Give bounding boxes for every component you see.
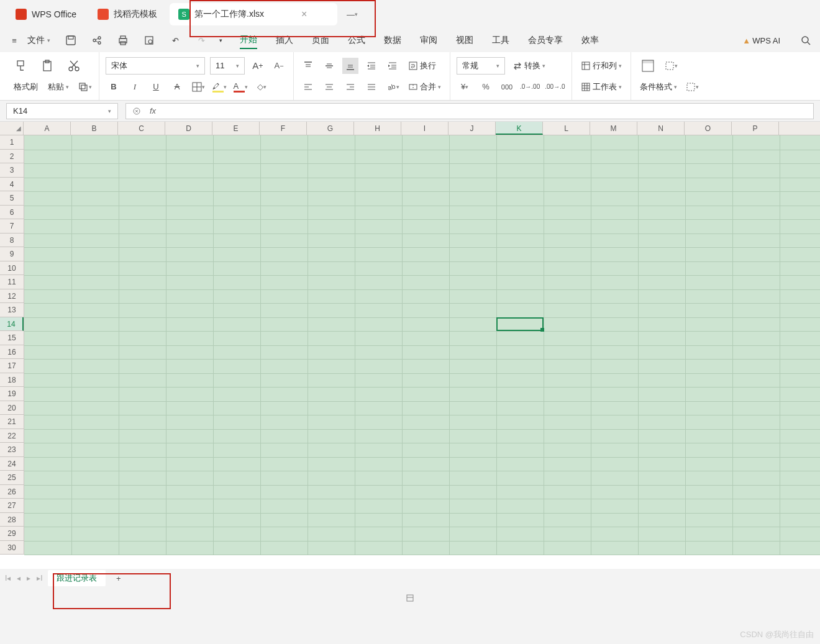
- sheet-tab-active[interactable]: 跟进记录表: [48, 570, 106, 586]
- sheet-first-icon[interactable]: I◂: [5, 574, 11, 583]
- select-all-corner[interactable]: ◢: [0, 122, 24, 135]
- hamburger-icon[interactable]: ≡: [6, 32, 22, 48]
- undo-icon[interactable]: ↶: [167, 32, 183, 48]
- increase-font-icon[interactable]: A+: [250, 58, 266, 74]
- row-header-6[interactable]: 6: [0, 206, 24, 220]
- tab-review[interactable]: 审阅: [420, 32, 437, 48]
- row-header-13[interactable]: 13: [0, 303, 24, 317]
- paste-button[interactable]: [37, 59, 58, 73]
- row-header-27[interactable]: 27: [0, 499, 24, 513]
- col-header-G[interactable]: G: [307, 122, 354, 135]
- chevron-down-icon[interactable]: ▾: [108, 108, 111, 114]
- row-header-5[interactable]: 5: [0, 191, 24, 206]
- align-left-icon[interactable]: [300, 79, 316, 95]
- row-col-button[interactable]: 行和列▾: [578, 60, 624, 71]
- increase-decimal-icon[interactable]: .0→.00: [520, 79, 540, 95]
- row-header-14[interactable]: 14: [0, 317, 24, 332]
- currency-icon[interactable]: ¥▾: [457, 79, 473, 95]
- row-header-20[interactable]: 20: [0, 401, 24, 415]
- tab-more-dropdown[interactable]: — ▾: [344, 6, 360, 22]
- col-header-J[interactable]: J: [449, 122, 496, 135]
- indent-decrease-icon[interactable]: [363, 58, 380, 74]
- select-all-icon[interactable]: ▾: [685, 79, 701, 95]
- col-header-O[interactable]: O: [685, 122, 732, 135]
- save-icon[interactable]: [63, 32, 79, 48]
- align-right-icon[interactable]: [342, 79, 358, 95]
- expand-icon[interactable]: ▾: [663, 58, 680, 74]
- formula-bar[interactable]: fx: [125, 103, 814, 119]
- worksheet-button[interactable]: 工作表▾: [578, 81, 624, 93]
- copy-button[interactable]: ▾: [76, 79, 93, 95]
- row-header-3[interactable]: 3: [0, 163, 24, 178]
- print-icon[interactable]: [115, 32, 131, 48]
- col-header-I[interactable]: I: [401, 122, 449, 135]
- number-format-select[interactable]: 常规▾: [457, 57, 505, 75]
- row-header-18[interactable]: 18: [0, 373, 24, 388]
- row-header-22[interactable]: 22: [0, 429, 24, 443]
- file-menu[interactable]: 文件 ▾: [22, 32, 55, 49]
- row-header-28[interactable]: 28: [0, 513, 24, 527]
- row-header-15[interactable]: 15: [0, 331, 24, 345]
- align-center-icon[interactable]: [321, 79, 337, 95]
- close-icon[interactable]: ×: [301, 9, 307, 20]
- row-header-25[interactable]: 25: [0, 471, 24, 485]
- format-painter-label[interactable]: 格式刷: [11, 81, 40, 93]
- font-size-select[interactable]: 11▾: [210, 57, 245, 75]
- wps-ai-button[interactable]: ▲WPS AI: [740, 36, 783, 45]
- tab-home[interactable]: 开始: [240, 32, 257, 49]
- bold-button[interactable]: B: [106, 79, 122, 95]
- row-header-7[interactable]: 7: [0, 219, 24, 234]
- row-header-2[interactable]: 2: [0, 150, 24, 164]
- align-bottom-icon[interactable]: [342, 58, 358, 74]
- align-justify-icon[interactable]: [363, 79, 380, 95]
- col-header-P[interactable]: P: [732, 122, 779, 135]
- tab-page[interactable]: 页面: [312, 32, 329, 48]
- underline-button[interactable]: U: [148, 79, 164, 95]
- paste-label[interactable]: 粘贴▾: [45, 81, 71, 93]
- row-header-24[interactable]: 24: [0, 457, 24, 471]
- decrease-font-icon[interactable]: A−: [271, 58, 287, 74]
- col-header-K[interactable]: K: [496, 122, 543, 135]
- col-header-C[interactable]: C: [118, 122, 165, 135]
- table-style-icon[interactable]: [637, 59, 658, 73]
- cond-format-button[interactable]: 条件格式▾: [637, 81, 680, 93]
- tab-efficiency[interactable]: 效率: [581, 32, 599, 48]
- col-header-A[interactable]: A: [24, 122, 71, 135]
- qat-more-icon[interactable]: ▾: [219, 37, 222, 43]
- percent-icon[interactable]: %: [478, 79, 494, 95]
- decrease-decimal-icon[interactable]: .00→.0: [545, 79, 565, 95]
- cells-area[interactable]: [24, 135, 820, 555]
- row-header-9[interactable]: 9: [0, 247, 24, 261]
- row-header-26[interactable]: 26: [0, 485, 24, 499]
- share-icon[interactable]: [89, 32, 105, 48]
- border-button[interactable]: ▾: [190, 79, 206, 95]
- row-header-12[interactable]: 12: [0, 289, 24, 304]
- print-preview-icon[interactable]: [141, 32, 157, 48]
- row-header-19[interactable]: 19: [0, 387, 24, 401]
- col-header-N[interactable]: N: [637, 122, 685, 135]
- col-header-B[interactable]: B: [71, 122, 118, 135]
- row-header-11[interactable]: 11: [0, 275, 24, 289]
- col-header-D[interactable]: D: [165, 122, 212, 135]
- tab-insert[interactable]: 插入: [276, 32, 293, 48]
- merge-button[interactable]: 合并▾: [406, 81, 444, 93]
- col-header-H[interactable]: H: [354, 122, 401, 135]
- row-header-29[interactable]: 29: [0, 527, 24, 541]
- sheet-prev-icon[interactable]: ◂: [17, 574, 20, 583]
- strike-button[interactable]: A: [169, 79, 185, 95]
- row-header-10[interactable]: 10: [0, 261, 24, 276]
- col-header-E[interactable]: E: [212, 122, 260, 135]
- row-header-8[interactable]: 8: [0, 234, 24, 248]
- col-header-L[interactable]: L: [543, 122, 590, 135]
- search-icon[interactable]: [798, 32, 814, 48]
- row-header-30[interactable]: 30: [0, 541, 24, 555]
- spreadsheet-grid[interactable]: ◢ ABCDEFGHIJKLMNOP 123456789101112131415…: [0, 122, 820, 569]
- tab-templates[interactable]: 找稻壳模板: [89, 3, 166, 25]
- tab-tools[interactable]: 工具: [492, 32, 509, 48]
- fill-handle-icon[interactable]: [540, 328, 544, 332]
- tab-data[interactable]: 数据: [384, 32, 401, 48]
- row-header-21[interactable]: 21: [0, 415, 24, 429]
- status-settings-icon[interactable]: [6, 590, 814, 606]
- tab-member[interactable]: 会员专享: [528, 32, 563, 48]
- add-sheet-button[interactable]: +: [111, 570, 127, 586]
